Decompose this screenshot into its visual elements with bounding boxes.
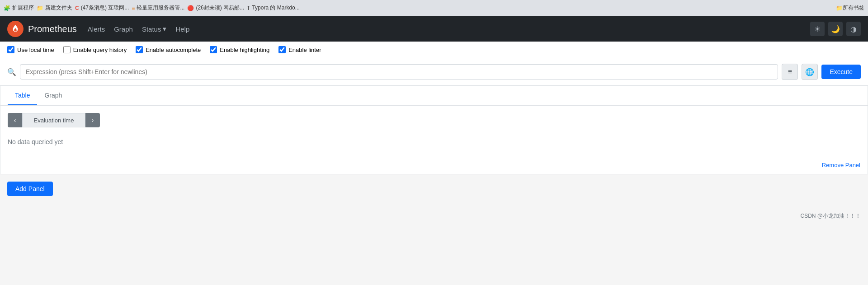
- enable-query-history-checkbox[interactable]: Enable query history: [63, 46, 127, 53]
- page-footer: CSDN @小龙加油！！！: [0, 203, 868, 229]
- server-icon: ≡: [132, 5, 135, 11]
- enable-autocomplete-checkbox[interactable]: Enable autocomplete: [136, 46, 201, 53]
- alerts-link[interactable]: Alerts: [88, 25, 105, 33]
- extensions-icon: 🧩: [4, 5, 10, 11]
- graph-link[interactable]: Graph: [114, 25, 133, 33]
- panel-tab-bar: Table Graph: [0, 86, 868, 106]
- enable-linter-input[interactable]: [278, 46, 286, 53]
- eval-time-next-button[interactable]: ›: [85, 113, 100, 127]
- navbar: Prometheus Alerts Graph Status ▾ Help ☀ …: [0, 16, 868, 42]
- status-link[interactable]: Status ▾: [142, 25, 167, 33]
- query-action-buttons: ≡ 🌐 Execute: [782, 64, 861, 80]
- tab-email[interactable]: 🔴 (26封未读) 网易邮...: [187, 4, 244, 12]
- contrast-theme-button[interactable]: ◑: [846, 22, 861, 36]
- typora-icon: T: [247, 5, 250, 11]
- footer-text: CSDN @小龙加油！！！: [800, 213, 861, 219]
- use-local-time-input[interactable]: [7, 46, 14, 53]
- enable-autocomplete-input[interactable]: [136, 46, 143, 53]
- query-bar: 🔍 ≡ 🌐 Execute: [0, 58, 868, 86]
- enable-query-history-input[interactable]: [63, 46, 71, 53]
- navbar-links: Alerts Graph Status ▾ Help: [88, 25, 189, 33]
- remove-panel-link[interactable]: Remove Panel: [822, 162, 860, 168]
- table-area: ‹ Evaluation time › No data queried yet: [0, 106, 868, 156]
- light-theme-button[interactable]: ☀: [810, 22, 825, 36]
- browser-tab-bar: 🧩 扩展程序 📁 新建文件夹 C (47条消息) 互联网... ≡ 轻量应用服务…: [0, 0, 868, 16]
- use-local-time-checkbox[interactable]: Use local time: [7, 46, 54, 53]
- tab-csdn[interactable]: C (47条消息) 互联网...: [75, 4, 129, 12]
- prometheus-logo: [7, 21, 24, 37]
- add-panel-area: Add Panel: [0, 174, 868, 203]
- panel-footer: Remove Panel: [0, 156, 868, 174]
- enable-highlighting-input[interactable]: [210, 46, 217, 53]
- chevron-down-icon: ▾: [163, 25, 166, 33]
- format-button[interactable]: ≡: [782, 64, 798, 80]
- tab-folder[interactable]: 📁 新建文件夹: [37, 4, 72, 12]
- enable-highlighting-checkbox[interactable]: Enable highlighting: [210, 46, 269, 53]
- metrics-browser-button[interactable]: 🌐: [802, 64, 818, 80]
- tab-server[interactable]: ≡ 轻量应用服务器管...: [132, 4, 184, 12]
- help-link[interactable]: Help: [175, 25, 189, 33]
- tab-typora[interactable]: T Typora 的 Markdo...: [247, 4, 300, 12]
- no-data-message: No data queried yet: [8, 135, 860, 149]
- bookmarks-area[interactable]: 📁 所有书签: [836, 4, 864, 12]
- flame-icon: [10, 24, 20, 34]
- tab-table[interactable]: Table: [8, 86, 37, 105]
- eval-time-prev-button[interactable]: ‹: [8, 113, 22, 127]
- search-icon: 🔍: [7, 68, 16, 76]
- theme-buttons: ☀ 🌙 ◑: [810, 22, 861, 36]
- dark-theme-button[interactable]: 🌙: [828, 22, 843, 36]
- bookmarks-icon: 📁: [836, 5, 843, 11]
- enable-linter-checkbox[interactable]: Enable linter: [278, 46, 321, 53]
- query-panel: Table Graph ‹ Evaluation time › No data …: [0, 86, 868, 174]
- browser-tabs-list: 🧩 扩展程序 📁 新建文件夹 C (47条消息) 互联网... ≡ 轻量应用服务…: [4, 4, 300, 12]
- csdn-icon: C: [75, 5, 79, 11]
- eval-time-bar: ‹ Evaluation time ›: [8, 113, 860, 127]
- folder-icon: 📁: [37, 5, 43, 11]
- email-icon: 🔴: [187, 5, 194, 11]
- add-panel-button[interactable]: Add Panel: [7, 182, 53, 196]
- eval-time-label: Evaluation time: [22, 113, 85, 127]
- settings-toolbar: Use local time Enable query history Enab…: [0, 42, 868, 58]
- navbar-brand: Prometheus: [7, 21, 77, 37]
- tab-graph[interactable]: Graph: [37, 86, 69, 105]
- query-input[interactable]: [20, 64, 778, 79]
- tab-extensions[interactable]: 🧩 扩展程序: [4, 4, 34, 12]
- execute-button[interactable]: Execute: [821, 65, 861, 79]
